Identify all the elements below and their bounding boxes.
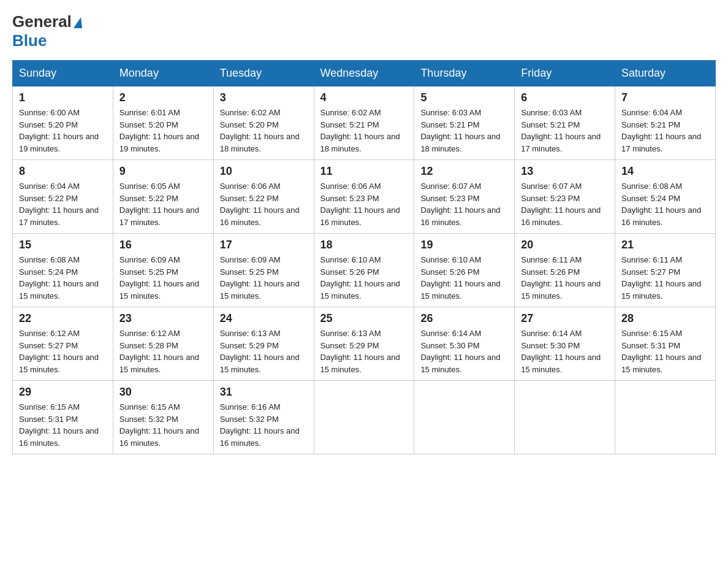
day-header-wednesday: Wednesday [314,61,414,86]
day-info: Sunrise: 6:02 AMSunset: 5:21 PMDaylight:… [320,107,408,155]
day-number: 30 [119,386,207,399]
day-number: 18 [320,239,408,251]
day-number: 31 [220,386,308,399]
week-row-4: 22Sunrise: 6:12 AMSunset: 5:27 PMDayligh… [13,307,716,381]
day-number: 13 [521,165,609,178]
day-number: 19 [420,239,508,251]
day-number: 22 [19,312,107,325]
calendar-cell: 28Sunrise: 6:15 AMSunset: 5:31 PMDayligh… [615,307,716,381]
day-info: Sunrise: 6:15 AMSunset: 5:31 PMDaylight:… [19,401,107,449]
week-row-1: 1Sunrise: 6:00 AMSunset: 5:20 PMDaylight… [13,86,716,160]
day-number: 5 [420,91,508,104]
calendar-cell: 1Sunrise: 6:00 AMSunset: 5:20 PMDaylight… [13,86,113,160]
day-number: 17 [220,239,308,251]
day-number: 10 [220,165,308,178]
day-number: 29 [19,386,107,399]
day-number: 4 [320,91,408,104]
day-number: 16 [119,239,207,251]
calendar-cell: 30Sunrise: 6:15 AMSunset: 5:32 PMDayligh… [113,381,213,454]
calendar-cell: 5Sunrise: 6:03 AMSunset: 5:21 PMDaylight… [414,86,515,160]
calendar-cell: 8Sunrise: 6:04 AMSunset: 5:22 PMDaylight… [13,160,113,234]
calendar-cell: 7Sunrise: 6:04 AMSunset: 5:21 PMDaylight… [615,86,716,160]
calendar-cell: 29Sunrise: 6:15 AMSunset: 5:31 PMDayligh… [13,381,113,454]
calendar-cell: 4Sunrise: 6:02 AMSunset: 5:21 PMDaylight… [314,86,414,160]
day-header-saturday: Saturday [615,61,716,86]
week-row-2: 8Sunrise: 6:04 AMSunset: 5:22 PMDaylight… [13,160,716,234]
calendar-cell [314,381,414,454]
day-info: Sunrise: 6:06 AMSunset: 5:22 PMDaylight:… [220,180,308,228]
logo-general: General [12,12,72,31]
day-number: 15 [19,239,107,251]
day-info: Sunrise: 6:09 AMSunset: 5:25 PMDaylight:… [220,254,308,302]
logo-blue: Blue [12,31,47,50]
day-info: Sunrise: 6:08 AMSunset: 5:24 PMDaylight:… [621,180,709,228]
day-header-tuesday: Tuesday [213,61,314,86]
calendar-cell: 19Sunrise: 6:10 AMSunset: 5:26 PMDayligh… [414,234,515,307]
week-row-5: 29Sunrise: 6:15 AMSunset: 5:31 PMDayligh… [13,381,716,454]
day-info: Sunrise: 6:13 AMSunset: 5:29 PMDaylight:… [320,327,408,375]
calendar-cell: 10Sunrise: 6:06 AMSunset: 5:22 PMDayligh… [213,160,314,234]
calendar-cell [414,381,515,454]
day-info: Sunrise: 6:06 AMSunset: 5:23 PMDaylight:… [320,180,408,228]
day-number: 12 [420,165,508,178]
day-info: Sunrise: 6:08 AMSunset: 5:24 PMDaylight:… [19,254,107,302]
calendar-cell: 21Sunrise: 6:11 AMSunset: 5:27 PMDayligh… [615,234,716,307]
day-number: 21 [621,239,709,251]
week-row-3: 15Sunrise: 6:08 AMSunset: 5:24 PMDayligh… [13,234,716,307]
day-info: Sunrise: 6:00 AMSunset: 5:20 PMDaylight:… [19,107,107,155]
calendar-table: SundayMondayTuesdayWednesdayThursdayFrid… [12,60,716,454]
day-number: 23 [119,312,207,325]
calendar-cell: 16Sunrise: 6:09 AMSunset: 5:25 PMDayligh… [113,234,213,307]
day-header-sunday: Sunday [13,61,113,86]
day-number: 26 [420,312,508,325]
day-number: 14 [621,165,709,178]
calendar-cell: 15Sunrise: 6:08 AMSunset: 5:24 PMDayligh… [13,234,113,307]
day-info: Sunrise: 6:09 AMSunset: 5:25 PMDaylight:… [119,254,207,302]
day-info: Sunrise: 6:11 AMSunset: 5:26 PMDaylight:… [521,254,609,302]
day-info: Sunrise: 6:04 AMSunset: 5:22 PMDaylight:… [19,180,107,228]
calendar-cell: 18Sunrise: 6:10 AMSunset: 5:26 PMDayligh… [314,234,414,307]
day-info: Sunrise: 6:15 AMSunset: 5:32 PMDaylight:… [119,401,207,449]
day-info: Sunrise: 6:07 AMSunset: 5:23 PMDaylight:… [521,180,609,228]
day-number: 9 [119,165,207,178]
page-header: General Blue [12,12,716,50]
calendar-cell: 22Sunrise: 6:12 AMSunset: 5:27 PMDayligh… [13,307,113,381]
day-header-friday: Friday [515,61,615,86]
day-number: 3 [220,91,308,104]
day-number: 1 [19,91,107,104]
day-info: Sunrise: 6:14 AMSunset: 5:30 PMDaylight:… [420,327,508,375]
calendar-cell: 31Sunrise: 6:16 AMSunset: 5:32 PMDayligh… [213,381,314,454]
day-number: 27 [521,312,609,325]
day-info: Sunrise: 6:03 AMSunset: 5:21 PMDaylight:… [420,107,508,155]
calendar-cell: 2Sunrise: 6:01 AMSunset: 5:20 PMDaylight… [113,86,213,160]
day-number: 8 [19,165,107,178]
logo-triangle-icon [74,17,82,28]
calendar-cell: 20Sunrise: 6:11 AMSunset: 5:26 PMDayligh… [515,234,615,307]
calendar-cell: 13Sunrise: 6:07 AMSunset: 5:23 PMDayligh… [515,160,615,234]
calendar-header-row: SundayMondayTuesdayWednesdayThursdayFrid… [13,61,716,86]
day-info: Sunrise: 6:02 AMSunset: 5:20 PMDaylight:… [220,107,308,155]
day-info: Sunrise: 6:15 AMSunset: 5:31 PMDaylight:… [621,327,709,375]
calendar-cell [615,381,716,454]
day-number: 20 [521,239,609,251]
day-info: Sunrise: 6:11 AMSunset: 5:27 PMDaylight:… [621,254,709,302]
day-info: Sunrise: 6:07 AMSunset: 5:23 PMDaylight:… [420,180,508,228]
day-header-monday: Monday [113,61,213,86]
calendar-cell: 25Sunrise: 6:13 AMSunset: 5:29 PMDayligh… [314,307,414,381]
day-info: Sunrise: 6:16 AMSunset: 5:32 PMDaylight:… [220,401,308,449]
calendar-cell: 26Sunrise: 6:14 AMSunset: 5:30 PMDayligh… [414,307,515,381]
day-header-thursday: Thursday [414,61,515,86]
day-number: 6 [521,91,609,104]
calendar-cell: 3Sunrise: 6:02 AMSunset: 5:20 PMDaylight… [213,86,314,160]
calendar-cell: 27Sunrise: 6:14 AMSunset: 5:30 PMDayligh… [515,307,615,381]
day-number: 2 [119,91,207,104]
logo: General Blue [12,12,82,50]
calendar-cell: 11Sunrise: 6:06 AMSunset: 5:23 PMDayligh… [314,160,414,234]
day-number: 28 [621,312,709,325]
calendar-cell: 12Sunrise: 6:07 AMSunset: 5:23 PMDayligh… [414,160,515,234]
day-number: 25 [320,312,408,325]
calendar-cell: 17Sunrise: 6:09 AMSunset: 5:25 PMDayligh… [213,234,314,307]
day-info: Sunrise: 6:10 AMSunset: 5:26 PMDaylight:… [320,254,408,302]
calendar-cell: 23Sunrise: 6:12 AMSunset: 5:28 PMDayligh… [113,307,213,381]
day-number: 24 [220,312,308,325]
